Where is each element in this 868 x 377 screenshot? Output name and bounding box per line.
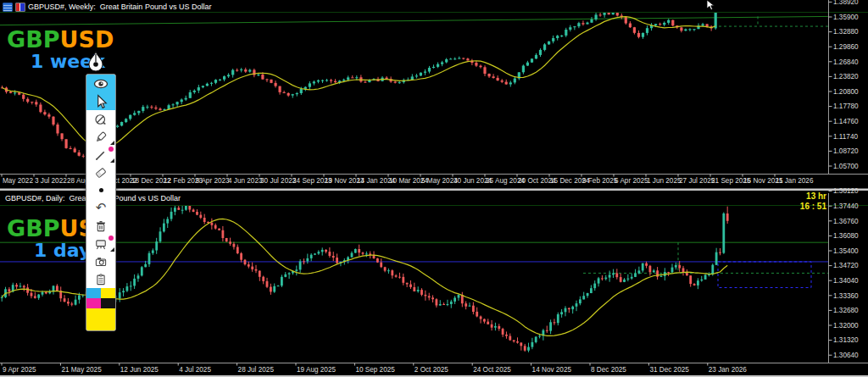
svg-text:1.20800: 1.20800 — [833, 88, 859, 96]
svg-text:1.32880: 1.32880 — [833, 28, 859, 36]
svg-text:4 Jun 2023: 4 Jun 2023 — [228, 177, 263, 185]
svg-text:1.26840: 1.26840 — [833, 58, 859, 66]
highlighter-button[interactable] — [86, 128, 115, 146]
svg-text:4 Jul 2025: 4 Jul 2025 — [179, 366, 211, 374]
camera-icon — [93, 254, 108, 269]
svg-text:21 May 2025: 21 May 2025 — [61, 366, 102, 374]
clear-all-button[interactable] — [86, 217, 115, 235]
svg-text:1.29860: 1.29860 — [833, 43, 859, 51]
daily-chart-plot[interactable] — [0, 203, 828, 352]
svg-text:1.34040: 1.34040 — [833, 277, 859, 285]
svg-text:9 Feb 2025: 9 Feb 2025 — [582, 177, 618, 185]
svg-text:8 Dec 2025: 8 Dec 2025 — [591, 366, 626, 374]
svg-text:9 Apr 2023: 9 Apr 2023 — [196, 177, 230, 185]
svg-text:27 Jul 2025: 27 Jul 2025 — [679, 177, 715, 185]
highlighter-icon — [93, 130, 108, 145]
annotation-toolbar: ↶ — [86, 74, 116, 331]
svg-text:31 Dec 2025: 31 Dec 2025 — [649, 366, 689, 374]
svg-text:1.38920: 1.38920 — [833, 0, 859, 6]
svg-text:1.32680: 1.32680 — [833, 307, 859, 314]
svg-text:1.31320: 1.31320 — [833, 336, 859, 344]
chart-window-icon — [15, 3, 25, 12]
svg-text:14 Nov 2025: 14 Nov 2025 — [532, 366, 572, 374]
palette-color-cyan[interactable] — [86, 288, 101, 298]
svg-text:1.33360: 1.33360 — [833, 292, 859, 300]
svg-text:1.36080: 1.36080 — [833, 232, 859, 240]
eraser-button[interactable] — [86, 164, 115, 181]
arrow-cursor-icon — [706, 0, 716, 12]
palette-color-magenta[interactable] — [86, 298, 101, 308]
svg-text:28 Jul 2025: 28 Jul 2025 — [238, 366, 275, 374]
daily-time-axis[interactable]: 9 Apr 202521 May 202512 Jun 20254 Jul 20… — [2, 363, 747, 374]
svg-text:1.08720: 1.08720 — [833, 147, 859, 155]
visibility-button[interactable] — [86, 75, 115, 92]
brush-size-button[interactable] — [86, 181, 115, 199]
svg-text:12 Jun 2025: 12 Jun 2025 — [120, 366, 159, 374]
pen-nib-icon — [86, 51, 105, 75]
weekly-chart-plot[interactable] — [0, 7, 828, 158]
svg-text:3 Jul 2022: 3 Jul 2022 — [35, 177, 67, 185]
clipboard-icon — [93, 272, 108, 287]
svg-text:30 Jul 2023: 30 Jul 2023 — [260, 177, 297, 185]
svg-text:1 Jun 2025: 1 Jun 2025 — [647, 177, 682, 185]
svg-text:23 Jan 2026: 23 Jan 2026 — [709, 366, 748, 374]
weekly-time-axis[interactable]: May 20223 Jul 202228 Aug 202223 Oct 2022… — [2, 175, 814, 186]
svg-text:1.35900: 1.35900 — [833, 14, 859, 21]
color-palette[interactable] — [86, 288, 115, 308]
cursor-icon — [93, 94, 108, 109]
svg-text:1.34720: 1.34720 — [833, 262, 859, 269]
svg-text:10 Sep 2025: 10 Sep 2025 — [355, 366, 395, 374]
svg-text:24 Oct 2025: 24 Oct 2025 — [473, 366, 511, 374]
svg-text:1.14760: 1.14760 — [833, 118, 859, 125]
svg-text:1.23820: 1.23820 — [833, 73, 859, 80]
line-tool-icon — [93, 147, 108, 163]
whiteboard-icon — [93, 236, 108, 252]
mouse-cursor — [706, 0, 716, 15]
eye-icon — [92, 77, 109, 91]
svg-text:1.32000: 1.32000 — [833, 322, 859, 330]
svg-text:1.11740: 1.11740 — [833, 133, 858, 141]
weekly-chart-title: GBPUSD#, Weekly: Great Britain Pound vs … — [28, 3, 211, 11]
svg-text:9 Apr 2025: 9 Apr 2025 — [3, 366, 36, 374]
svg-text:5 May 2024: 5 May 2024 — [421, 177, 458, 185]
svg-text:1.05700: 1.05700 — [833, 163, 859, 170]
candle-countdown-timer: 13 hr 16 : 51 — [800, 191, 826, 212]
active-color-swatch[interactable] — [86, 308, 115, 330]
undo-button[interactable]: ↶ — [86, 199, 115, 217]
palette-color-yellow[interactable] — [101, 288, 115, 298]
weekly-chart-header: GBPUSD#, Weekly: Great Britain Pound vs … — [3, 2, 211, 12]
countdown-hours: 13 hr — [800, 191, 826, 202]
weekly-price-axis[interactable]: 1.389201.359001.328801.298601.268401.238… — [829, 0, 860, 170]
chart-list-icon — [3, 3, 13, 12]
pen-disable-button[interactable] — [86, 110, 115, 128]
svg-text:1.36760: 1.36760 — [833, 218, 859, 225]
select-tool-button[interactable] — [86, 92, 115, 110]
undo-icon: ↶ — [96, 202, 107, 214]
svg-text:6 Apr 2025: 6 Apr 2025 — [615, 177, 648, 185]
palette-color-black[interactable] — [101, 298, 115, 308]
svg-text:11 Jan 2026: 11 Jan 2026 — [776, 177, 814, 185]
daily-price-axis[interactable]: 1.381201.374401.367601.360801.354001.347… — [829, 187, 860, 359]
charts-canvas[interactable]: 1.389201.359001.328801.298601.268401.238… — [0, 0, 868, 377]
svg-text:2 Oct 2025: 2 Oct 2025 — [415, 366, 449, 374]
line-tool-button[interactable] — [86, 146, 115, 164]
screenshot-button[interactable] — [86, 252, 115, 270]
trash-icon — [93, 219, 108, 234]
pen-disabled-icon — [93, 112, 108, 127]
svg-text:1.30640: 1.30640 — [833, 352, 859, 359]
eraser-icon — [93, 165, 108, 180]
svg-text:1.37440: 1.37440 — [833, 202, 859, 210]
svg-text:1.17780: 1.17780 — [833, 103, 859, 110]
svg-text:19 Aug 2025: 19 Aug 2025 — [297, 366, 336, 374]
trading-terminal-screen: GBPUSD 1 week GBPUSD 1 day 1.389201.3590… — [0, 0, 868, 377]
svg-text:1.35400: 1.35400 — [833, 247, 859, 255]
clipboard-button[interactable] — [86, 270, 115, 288]
whiteboard-button[interactable] — [86, 235, 115, 252]
countdown-time: 16 : 51 — [800, 202, 826, 212]
svg-text:May 2022: May 2022 — [3, 177, 33, 185]
brush-size-dot-icon — [99, 188, 103, 192]
